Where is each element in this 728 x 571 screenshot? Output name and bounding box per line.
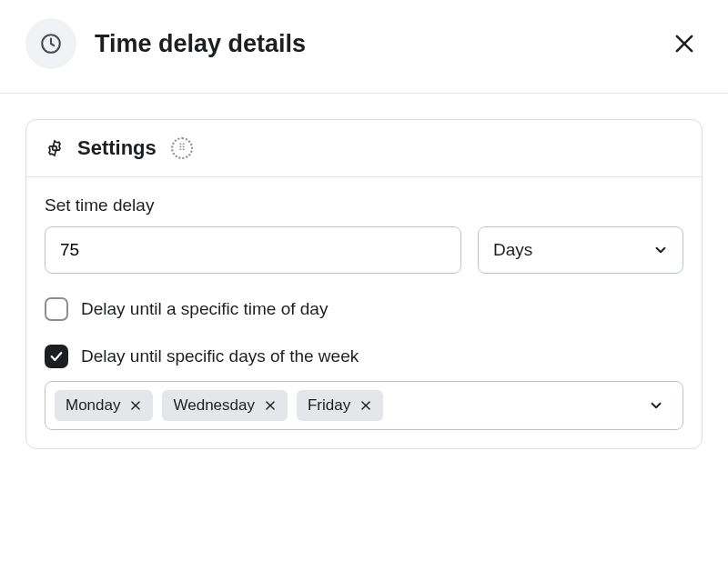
delay-label: Set time delay: [45, 195, 683, 215]
svg-point-3: [53, 146, 57, 151]
remove-day-button[interactable]: [129, 399, 142, 412]
settings-card-body: Set time delay Days Delay until a specif…: [26, 177, 702, 448]
close-icon: [672, 31, 697, 56]
time-of-day-checkbox[interactable]: [45, 297, 68, 321]
check-icon: [49, 349, 64, 364]
delay-unit-value: Days: [478, 226, 683, 274]
time-of-day-label: Delay until a specific time of day: [81, 299, 328, 319]
close-button[interactable]: [666, 25, 703, 62]
settings-title: Settings: [77, 136, 157, 160]
close-icon: [264, 399, 277, 412]
days-multiselect[interactable]: Monday Wednesday Friday: [45, 381, 683, 430]
delay-unit-select[interactable]: Days: [478, 226, 683, 274]
clock-icon: [39, 32, 63, 55]
close-icon: [129, 399, 142, 412]
days-of-week-checkbox[interactable]: [45, 345, 68, 368]
day-tag: Monday: [55, 390, 153, 421]
panel-header: Time delay details: [0, 0, 728, 94]
remove-day-button[interactable]: [359, 399, 372, 412]
time-of-day-row: Delay until a specific time of day: [45, 297, 683, 321]
remove-day-button[interactable]: [264, 399, 277, 412]
drag-handle-icon[interactable]: [171, 137, 193, 159]
day-tag: Friday: [297, 390, 383, 421]
day-tag-label: Friday: [308, 396, 350, 415]
header-icon-container: [25, 18, 76, 69]
days-of-week-label: Delay until specific days of the week: [81, 346, 359, 366]
settings-card: Settings Set time delay Days Delay until…: [25, 119, 703, 449]
close-icon: [359, 399, 372, 412]
gear-icon: [45, 138, 65, 158]
chevron-down-icon: [648, 397, 664, 414]
delay-value-input[interactable]: [45, 226, 461, 274]
day-tag-label: Monday: [66, 396, 120, 415]
day-tag-label: Wednesday: [173, 396, 254, 415]
days-of-week-row: Delay until specific days of the week: [45, 345, 683, 368]
settings-card-header: Settings: [26, 120, 702, 177]
panel-title: Time delay details: [95, 30, 666, 58]
delay-input-row: Days: [45, 226, 683, 274]
day-tag: Wednesday: [162, 390, 287, 421]
panel-content: Settings Set time delay Days Delay until…: [0, 94, 728, 475]
